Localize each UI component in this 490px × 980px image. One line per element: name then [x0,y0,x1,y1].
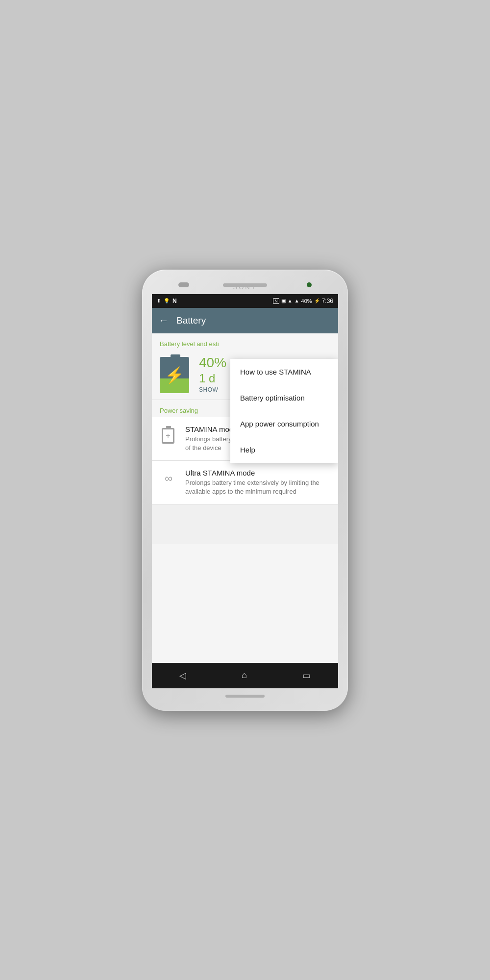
battery-time-value: 1 d [199,372,226,385]
ultra-stamina-item[interactable]: ∞ Ultra STAMINA mode Prolongs battery ti… [152,461,338,504]
battery-percent-status: 40% [301,298,312,304]
charging-icon: ⚡ [314,298,320,303]
bulb-icon: 💡 [164,298,170,303]
phone-screen: ⬆ 💡 N N ▣ ▲ ▲ 40% ⚡ 7:36 ← Battery Batt [152,294,338,688]
phone-top-bar: SONY [149,278,341,292]
speaker-bottom [225,695,265,698]
battery-section-header: Battery level and esti [152,333,338,351]
ultra-stamina-title: Ultra STAMINA mode [185,469,330,477]
n-icon: N [172,298,177,304]
battery-plus-icon: + [162,426,175,444]
stamina-mode-icon: + [160,426,177,444]
phone-bottom [225,690,265,702]
battery-tip [171,354,180,357]
battery-text: 40% 1 d SHOW [199,355,226,393]
ultra-stamina-text: Ultra STAMINA mode Prolongs battery time… [185,469,330,496]
battery-bolt-icon: ⚡ [165,366,184,384]
app-bar: ← Battery [152,308,338,333]
infinity-icon: ∞ [165,472,172,485]
clock: 7:36 [322,298,333,304]
battery-body: ⚡ [160,357,189,393]
back-button[interactable]: ← [159,315,169,326]
status-right-icons: N ▣ ▲ ▲ 40% ⚡ 7:36 [273,298,333,304]
status-bar: ⬆ 💡 N N ▣ ▲ ▲ 40% ⚡ 7:36 [152,294,338,308]
page-title: Battery [176,315,206,326]
recents-nav-button[interactable]: ▭ [293,666,320,685]
nfc-icon: N [273,298,279,304]
empty-content-area [152,504,338,544]
ultra-stamina-desc: Prolongs battery time extensively by lim… [185,478,330,496]
ultra-stamina-icon: ∞ [160,470,177,487]
status-icons-left: ⬆ 💡 N [157,298,177,304]
camera-dot [307,282,312,287]
vibrate-icon: ▣ [281,298,286,303]
dropdown-item-app-power[interactable]: App power consumption [230,411,338,437]
dropdown-item-stamina[interactable]: How to use STAMINA [230,359,338,385]
home-nav-button[interactable]: ⌂ [232,666,257,684]
nav-bar: ◁ ⌂ ▭ [152,663,338,688]
dropdown-menu[interactable]: How to use STAMINA Battery optimisation … [230,359,338,463]
battery-icon: ⚡ [160,354,191,394]
battery-show-label: SHOW [199,386,226,393]
dropdown-item-battery-opt[interactable]: Battery optimisation [230,385,338,411]
signal-icon: ▲ [294,298,299,303]
front-camera [178,282,189,287]
content-area: Battery level and esti ⚡ 40% 1 d SHOW [152,333,338,663]
phone-device: SONY ⬆ 💡 N N ▣ ▲ ▲ 40% ⚡ 7:36 ← [142,270,348,711]
dropdown-item-help[interactable]: Help [230,437,338,463]
battery-percent-value: 40% [199,355,226,371]
back-nav-button[interactable]: ◁ [170,666,196,685]
wifi-icon: ▲ [288,298,293,303]
upload-icon: ⬆ [157,298,161,303]
sony-brand-label: SONY [233,283,257,291]
